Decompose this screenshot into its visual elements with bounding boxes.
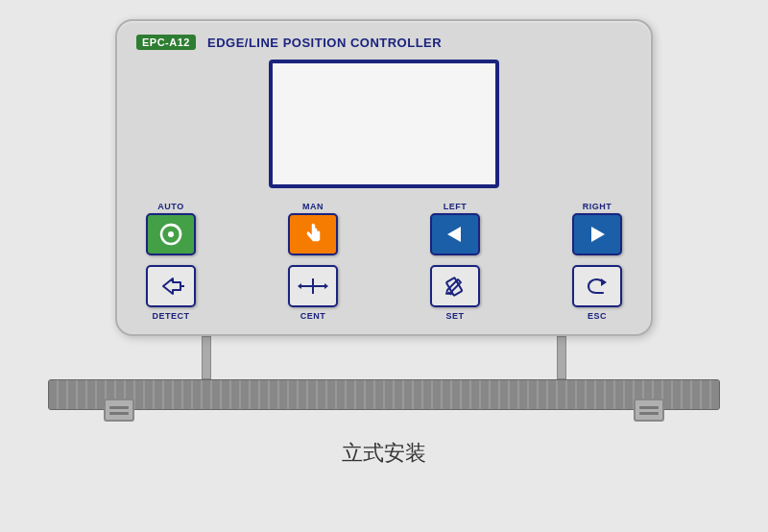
left-button-group: AUTO: [146, 202, 196, 321]
buttons-area: AUTO: [136, 202, 632, 321]
left-label-top: LEFT: [444, 202, 468, 211]
panel-header: EPC-A12 EDGE/LINE POSITION CONTROLLER: [136, 35, 632, 50]
right-label-top: RIGHT: [583, 202, 612, 211]
right-btn-wrapper: RIGHT: [572, 202, 622, 259]
auto-button[interactable]: [146, 213, 196, 255]
auto-icon: [157, 221, 184, 248]
man-label-top: MAN: [302, 202, 324, 211]
page-container: EPC-A12 EDGE/LINE POSITION CONTROLLER AU…: [0, 0, 768, 532]
display-screen: [269, 60, 499, 188]
cent-button[interactable]: [288, 265, 338, 307]
right-arrow-icon: [582, 221, 612, 248]
man-icon: [299, 220, 327, 249]
left-button[interactable]: [430, 213, 480, 255]
detect-button[interactable]: [146, 265, 196, 307]
svg-point-1: [168, 231, 174, 237]
right-button[interactable]: [572, 213, 622, 255]
base-rail: [48, 379, 720, 410]
bolt-right: [634, 399, 664, 422]
svg-marker-2: [163, 278, 180, 294]
detect-label: DETECT: [153, 311, 190, 321]
auto-label-top: AUTO: [157, 202, 183, 211]
bolt-left: [104, 399, 134, 422]
model-badge: EPC-A12: [136, 35, 196, 50]
base-rail-container: [48, 379, 720, 410]
cent-label: CENT: [300, 311, 326, 321]
rail-pattern: [49, 380, 719, 409]
set-label: SET: [445, 311, 464, 321]
caption-text: 立式安装: [342, 441, 426, 465]
center-left-button-group: MAN: [288, 202, 338, 321]
mount-post-right: [557, 336, 566, 379]
right-button-group: RIGHT: [572, 202, 622, 321]
auto-btn-wrapper: AUTO: [146, 202, 196, 259]
esc-icon: [582, 273, 612, 300]
caption: 立式安装: [342, 439, 426, 468]
cent-btn-wrapper: CENT: [288, 265, 338, 321]
left-arrow-icon: [440, 221, 470, 248]
detect-btn-wrapper: DETECT: [146, 265, 196, 321]
svg-marker-6: [298, 283, 301, 289]
left-btn-wrapper: LEFT: [430, 202, 480, 259]
svg-marker-13: [591, 227, 605, 242]
panel-title: EDGE/LINE POSITION CONTROLLER: [207, 36, 442, 50]
esc-btn-wrapper: ESC: [572, 265, 622, 321]
cent-icon: [296, 273, 330, 300]
svg-line-12: [456, 281, 459, 284]
controller-panel: EPC-A12 EDGE/LINE POSITION CONTROLLER AU…: [115, 19, 653, 336]
center-right-button-group: LEFT: [430, 202, 480, 321]
svg-marker-8: [447, 227, 461, 242]
set-btn-wrapper: SET: [430, 265, 480, 321]
set-button[interactable]: [430, 265, 480, 307]
mount-post-left: [202, 336, 211, 379]
man-button[interactable]: [288, 213, 338, 255]
svg-marker-7: [324, 283, 328, 289]
esc-button[interactable]: [572, 265, 622, 307]
detect-icon: [156, 273, 186, 300]
esc-label: ESC: [588, 311, 607, 321]
set-icon: [440, 273, 470, 300]
man-btn-wrapper: MAN: [288, 202, 338, 259]
svg-marker-14: [601, 278, 607, 286]
